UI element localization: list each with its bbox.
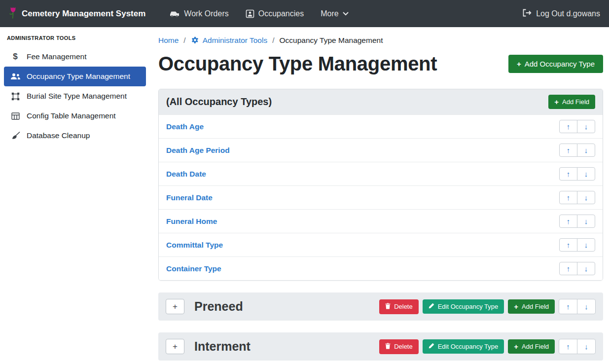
- sidebar-item-label: Database Cleanup: [27, 131, 90, 140]
- move-down-button[interactable]: ↓: [577, 299, 596, 314]
- add-field-label: Add Field: [562, 98, 589, 106]
- plus-icon: +: [554, 98, 559, 106]
- nav-more[interactable]: More: [321, 9, 348, 18]
- gear-icon: [191, 36, 199, 45]
- breadcrumb: Home / Administrator Tools / Occupancy T…: [158, 36, 603, 45]
- reorder-controls: ↑ ↓: [559, 299, 596, 314]
- reorder-controls: ↑ ↓: [559, 191, 595, 204]
- move-down-button[interactable]: ↓: [577, 167, 595, 181]
- app-brand[interactable]: Cemetery Management System: [9, 6, 145, 21]
- field-link-death-age[interactable]: Death Age: [166, 122, 204, 131]
- move-up-button[interactable]: ↑: [559, 215, 577, 228]
- section-name: Preneed: [194, 299, 243, 314]
- breadcrumb-admin-tools-link[interactable]: Administrator Tools: [191, 36, 268, 45]
- logout-button[interactable]: Log Out d.gowans: [522, 9, 600, 19]
- edit-occupancy-type-button[interactable]: Edit Occupancy Type: [423, 299, 504, 314]
- expand-section-button[interactable]: +: [166, 339, 184, 354]
- dollar-icon: $: [10, 52, 21, 62]
- logout-label: Log Out d.gowans: [536, 9, 600, 18]
- field-row: Death Age ↑ ↓: [159, 114, 603, 138]
- add-field-button[interactable]: + Add Field: [508, 339, 555, 354]
- reorder-controls: ↑ ↓: [559, 120, 595, 133]
- breadcrumb-admin-tools-label: Administrator Tools: [203, 36, 268, 45]
- nav-more-label: More: [321, 9, 338, 18]
- work-orders-icon: [170, 10, 180, 18]
- occupancies-icon: [246, 9, 254, 18]
- nav-work-orders[interactable]: Work Orders: [170, 9, 228, 18]
- delete-label: Delete: [394, 303, 413, 310]
- sidebar-item-fee-management[interactable]: $ Fee Management: [0, 47, 146, 67]
- move-down-button[interactable]: ↓: [577, 238, 595, 252]
- chevron-down-icon: [343, 12, 349, 16]
- breadcrumb-separator: /: [183, 36, 185, 45]
- broom-icon: [10, 132, 21, 140]
- field-row: Container Type ↑ ↓: [159, 256, 603, 280]
- plus-icon: +: [514, 343, 518, 350]
- move-down-button[interactable]: ↓: [577, 120, 595, 133]
- move-up-button[interactable]: ↑: [559, 120, 577, 133]
- move-down-button[interactable]: ↓: [577, 215, 595, 228]
- card-header: (All Occupancy Types) + Add Field: [159, 89, 603, 114]
- edit-occupancy-type-button[interactable]: Edit Occupancy Type: [423, 339, 504, 354]
- field-link-container-type[interactable]: Container Type: [166, 264, 221, 273]
- move-down-button[interactable]: ↓: [577, 262, 595, 275]
- move-down-button[interactable]: ↓: [577, 144, 595, 157]
- breadcrumb-separator: /: [272, 36, 274, 45]
- nav-work-orders-label: Work Orders: [184, 9, 228, 18]
- move-up-button[interactable]: ↑: [559, 339, 577, 354]
- sidebar-item-database-cleanup[interactable]: Database Cleanup: [0, 126, 146, 146]
- field-link-funeral-date[interactable]: Funeral Date: [166, 193, 213, 202]
- sidebar-item-burial-site-type-management[interactable]: Burial Site Type Management: [0, 86, 146, 106]
- add-occupancy-type-button[interactable]: + Add Occupancy Type: [508, 55, 603, 73]
- table-icon: [10, 112, 21, 120]
- reorder-controls: ↑ ↓: [559, 144, 595, 157]
- pencil-icon: [429, 343, 434, 350]
- expand-section-button[interactable]: +: [166, 299, 184, 314]
- add-field-button[interactable]: + Add Field: [508, 299, 555, 314]
- card-title: (All Occupancy Types): [166, 96, 272, 108]
- move-up-button[interactable]: ↑: [559, 299, 577, 314]
- move-up-button[interactable]: ↑: [559, 167, 577, 181]
- field-link-death-age-period[interactable]: Death Age Period: [166, 146, 230, 155]
- field-link-committal-type[interactable]: Committal Type: [166, 241, 223, 250]
- field-row: Funeral Date ↑ ↓: [159, 185, 603, 209]
- sidebar-item-label: Config Table Management: [27, 111, 116, 120]
- nav-occupancies[interactable]: Occupancies: [246, 9, 304, 18]
- move-down-button[interactable]: ↓: [577, 191, 595, 204]
- trash-icon: [385, 303, 391, 311]
- page-title: Occupancy Type Management: [158, 53, 437, 75]
- delete-label: Delete: [394, 343, 413, 350]
- field-link-death-date[interactable]: Death Date: [166, 170, 206, 179]
- delete-button[interactable]: Delete: [379, 299, 419, 314]
- trash-icon: [385, 343, 391, 351]
- section-interment: + Interment Delete: [158, 332, 603, 361]
- flower-logo-icon: [9, 6, 17, 21]
- sidebar-item-occupancy-type-management[interactable]: Occupancy Type Management: [4, 67, 146, 86]
- all-occupancy-types-card: (All Occupancy Types) + Add Field Death …: [158, 89, 603, 281]
- add-field-button[interactable]: + Add Field: [548, 95, 595, 109]
- move-up-button[interactable]: ↑: [559, 144, 577, 157]
- reorder-controls: ↑ ↓: [559, 167, 595, 181]
- edit-label: Edit Occupancy Type: [438, 343, 499, 350]
- sidebar-item-config-table-management[interactable]: Config Table Management: [0, 106, 146, 126]
- delete-button[interactable]: Delete: [379, 339, 419, 354]
- users-icon: [10, 73, 21, 80]
- top-navbar: Cemetery Management System Work Orders O…: [0, 0, 609, 27]
- plus-icon: +: [517, 60, 521, 68]
- edit-label: Edit Occupancy Type: [438, 303, 499, 310]
- section-actions: Delete Edit Occupancy Type + Add Field ↑: [379, 299, 596, 314]
- sidebar-heading: ADMINISTRATOR TOOLS: [0, 30, 148, 47]
- field-link-funeral-home[interactable]: Funeral Home: [166, 217, 217, 226]
- sidebar: ADMINISTRATOR TOOLS $ Fee Management Occ…: [0, 27, 148, 364]
- plus-icon: +: [514, 303, 518, 310]
- move-up-button[interactable]: ↑: [559, 238, 577, 252]
- move-down-button[interactable]: ↓: [577, 339, 596, 354]
- reorder-controls: ↑ ↓: [559, 339, 596, 354]
- sidebar-item-label: Fee Management: [27, 52, 87, 61]
- move-up-button[interactable]: ↑: [559, 262, 577, 275]
- breadcrumb-home-link[interactable]: Home: [158, 36, 179, 45]
- move-up-button[interactable]: ↑: [559, 191, 577, 204]
- vector-square-icon: [10, 92, 21, 101]
- field-row: Death Date ↑ ↓: [159, 162, 603, 185]
- sidebar-item-label: Occupancy Type Management: [27, 72, 130, 81]
